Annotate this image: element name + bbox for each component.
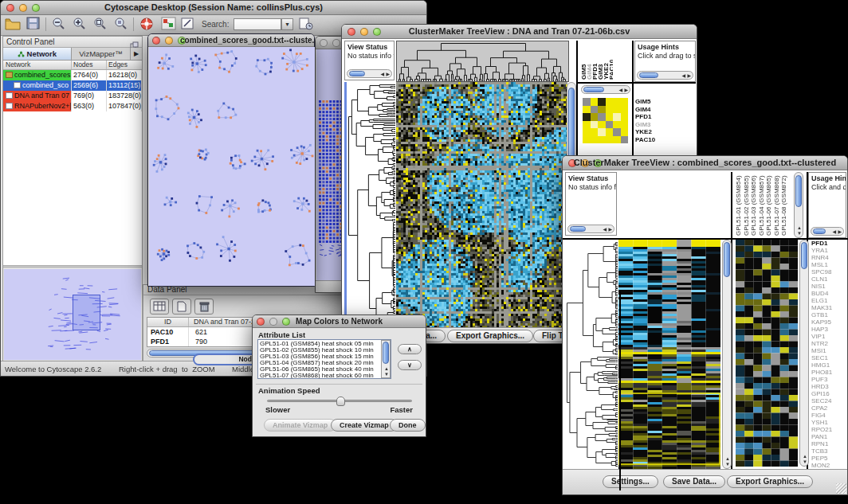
delete-attribute-icon[interactable] [194, 299, 214, 315]
zoom-fit-icon[interactable] [92, 17, 109, 33]
gene-label: NTR2 [811, 340, 847, 347]
settings-button[interactable]: Settings... [603, 475, 658, 488]
gene-label: PEP5 [811, 455, 847, 462]
tv1-row-dendrogram[interactable] [347, 82, 395, 329]
gene-label: PFD1 [635, 113, 691, 121]
treeview1-titlebar[interactable]: ClusterMaker TreeView : DNA and Tran 07-… [342, 25, 697, 39]
tv2-collabels-vscrollbar[interactable]: ▲▼ [794, 172, 803, 238]
slower-label: Slower [265, 405, 290, 414]
gene-label: YKE2 [635, 128, 691, 136]
mini-heatmap-cell [621, 98, 629, 106]
network-row[interactable]: RNAPuberNov2+|563(0)107847(0) [3, 101, 142, 111]
save-data-button[interactable]: Save Data... [663, 475, 725, 488]
gene-label: PUF3 [811, 376, 847, 383]
treeview2-title: ClusterMaker TreeView : combined_scores_… [563, 158, 847, 167]
vizmapper-nodes-icon[interactable] [160, 17, 178, 33]
gene-label: HAP3 [811, 326, 847, 333]
mini-heatmap-cell [583, 121, 591, 129]
gene-label: GIM4 [635, 106, 691, 114]
tab-network[interactable]: Network [3, 48, 72, 60]
tv1-heatmap[interactable] [396, 82, 567, 329]
tv2-genelist-vscrollbar[interactable]: ▲▼ [799, 240, 809, 467]
tv2-gene-heatmap[interactable] [736, 240, 798, 467]
close-button[interactable] [152, 37, 160, 45]
network-row[interactable]: DNA and Tran 07769(0)183728(0) [3, 91, 142, 101]
tv2-row-dendrogram[interactable] [565, 240, 618, 469]
tv1-mini-hscrollbar[interactable]: ◀▶ [581, 85, 630, 94]
help-lifering-icon[interactable] [138, 17, 155, 33]
tv2-heatmap-vscrollbar[interactable]: ▲▼ [722, 240, 732, 469]
tv2-footer: Settings... Save Data... Export Graphics… [563, 469, 847, 494]
move-up-button[interactable]: ∧ [398, 344, 422, 354]
mini-heatmap-cell [621, 121, 629, 129]
annotation-icon[interactable] [179, 17, 197, 33]
zoom-out-icon[interactable] [50, 17, 68, 33]
mini-heatmap-cell [613, 106, 621, 114]
tab-vizmapper[interactable]: VizMapper™ [72, 48, 131, 60]
main-titlebar[interactable]: Cytoscape Desktop (Session Name: collins… [1, 1, 426, 15]
move-down-button[interactable]: ∨ [398, 360, 422, 370]
search-options-icon[interactable] [297, 17, 315, 33]
mini-heatmap-cell [606, 136, 614, 144]
export-graphics-button[interactable]: Export Graphics... [727, 475, 813, 488]
animation-speed-label: Animation Speed [258, 386, 320, 395]
search-dropdown-button[interactable]: ▼ [281, 18, 293, 30]
zoom-selected-icon[interactable] [112, 17, 130, 33]
slider-thumb[interactable] [336, 397, 345, 406]
tv1-view-status-panel: View Status No status info for this view… [344, 41, 395, 80]
close-button[interactable] [320, 39, 328, 47]
main-window-title: Cytoscape Desktop (Session Name: collins… [1, 2, 426, 12]
zoom-in-icon[interactable] [71, 17, 88, 33]
tv2-status-scrollbar[interactable]: ◀▶ [567, 225, 614, 233]
birdseye-view[interactable] [4, 269, 141, 360]
faster-label: Faster [390, 405, 413, 414]
network-row[interactable]: combined_scores2764(0)16218(0) [3, 70, 142, 80]
attribute-list-item[interactable]: GPL51-07 (GSM868) heat shock 60 min [260, 373, 379, 379]
done-button[interactable]: Done [390, 419, 426, 432]
mini-heatmap-cell [613, 128, 621, 136]
tv1-column-dendrogram[interactable] [396, 41, 569, 82]
animation-speed-slider[interactable] [267, 400, 412, 402]
create-vizmap-button[interactable]: Create Vizmap [331, 419, 398, 432]
search-input[interactable] [234, 18, 281, 30]
gene-label: GIM3 [635, 121, 691, 129]
network-canvas[interactable] [149, 47, 315, 286]
attribute-list-vscrollbar[interactable]: ▲▼ [381, 340, 391, 378]
tv2-heatmap[interactable] [618, 240, 720, 469]
minimize-button[interactable] [332, 39, 340, 47]
mini-heatmap-cell [591, 113, 599, 121]
gene-label: PHO81 [811, 369, 847, 376]
tv1-mini-heatmap[interactable] [583, 98, 628, 143]
mini-heatmap-cell [591, 121, 599, 129]
dialog-titlebar[interactable]: Map Colors to Network [253, 315, 426, 328]
save-icon[interactable] [25, 17, 42, 33]
column-label: GPL51-03 (GSM856) [750, 175, 757, 236]
dialog-title: Map Colors to Network [253, 317, 426, 326]
tv2-usage-scrollbar[interactable]: ◀▶ [811, 227, 844, 236]
network-row[interactable]: combined_sco2569(6)13112(15) [3, 80, 142, 91]
mini-heatmap-cell [583, 98, 591, 106]
export-graphics-button[interactable]: Export Graphics... [447, 330, 533, 342]
tab-overflow-button[interactable]: ▶ [131, 48, 142, 60]
open-file-icon[interactable] [4, 17, 22, 33]
network-window-titlebar[interactable]: combined_scores_good.txt--cluste... [148, 34, 314, 47]
network-window-title: combined_scores_good.txt--cluste... [180, 36, 314, 45]
tv2-usage-hints-panel: Usage Hints Click and drag to select ◀▶ [808, 172, 846, 238]
animate-vizmap-button[interactable]: Animate Vizmap [264, 419, 336, 432]
treeview2-titlebar[interactable]: ClusterMaker TreeView : combined_scores_… [563, 156, 847, 170]
mini-heatmap-cell [591, 98, 599, 106]
column-label: PAC10 [608, 60, 613, 80]
folder-icon [6, 72, 13, 78]
attribute-table-icon[interactable] [150, 299, 169, 315]
attribute-listbox[interactable]: GPL51-01 (GSM854) heat shock 05 minGPL51… [257, 339, 391, 379]
status-welcome: Welcome to Cytoscape 2.6.2 [5, 365, 101, 373]
resize-grip[interactable] [836, 483, 846, 494]
tv2-column-labels: GPL51-01 (GSM854)GPL51-02 (GSM855)GPL51-… [732, 172, 791, 238]
tv1-column-labels: GIM5GIM4PFD1GIM3YKE2PAC10 [578, 41, 613, 82]
column-label: GPL51-08 (GSM872) [780, 175, 787, 236]
tv1-usage-scrollbar[interactable]: ◀▶ [637, 71, 693, 80]
new-attribute-icon[interactable] [172, 299, 191, 315]
search-label: Search: [202, 20, 229, 29]
minimize-button[interactable] [165, 37, 173, 45]
tv1-status-scrollbar[interactable]: ◀▶ [347, 69, 392, 78]
